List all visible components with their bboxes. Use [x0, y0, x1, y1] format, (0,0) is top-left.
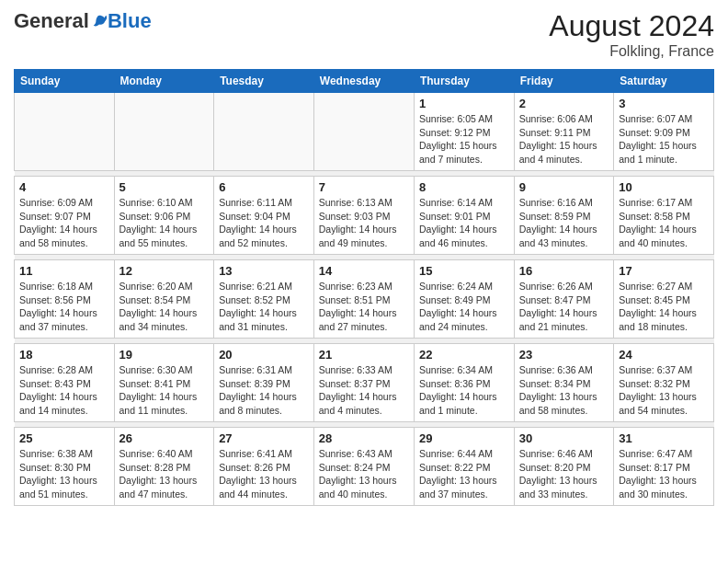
month-year-title: August 2024 [549, 9, 714, 43]
day-info: Sunrise: 6:07 AM Sunset: 9:09 PM Dayligh… [619, 112, 709, 167]
day-number: 6 [219, 180, 309, 194]
page-header: General Blue August 2024 Folkling, Franc… [14, 9, 714, 60]
day-info: Sunrise: 6:09 AM Sunset: 9:07 PM Dayligh… [19, 196, 109, 250]
calendar-cell-2-5: 16Sunrise: 6:26 AM Sunset: 8:47 PM Dayli… [514, 260, 613, 339]
day-number: 16 [519, 264, 609, 278]
day-info: Sunrise: 6:28 AM Sunset: 8:43 PM Dayligh… [19, 363, 109, 418]
day-number: 25 [19, 431, 109, 445]
header-monday: Monday [114, 70, 214, 93]
calendar-week-1: 1Sunrise: 6:05 AM Sunset: 9:12 PM Daylig… [15, 93, 714, 171]
day-number: 22 [419, 348, 509, 362]
header-wednesday: Wednesday [313, 70, 414, 93]
header-thursday: Thursday [414, 70, 514, 93]
calendar-cell-3-6: 24Sunrise: 6:37 AM Sunset: 8:32 PM Dayli… [614, 344, 714, 422]
day-info: Sunrise: 6:16 AM Sunset: 8:59 PM Dayligh… [519, 196, 609, 250]
day-info: Sunrise: 6:37 AM Sunset: 8:32 PM Dayligh… [619, 363, 709, 418]
day-number: 23 [519, 348, 609, 362]
calendar-cell-1-2: 6Sunrise: 6:11 AM Sunset: 9:04 PM Daylig… [214, 177, 314, 255]
calendar-cell-0-1 [114, 93, 214, 171]
day-number: 14 [319, 264, 409, 278]
calendar-cell-2-3: 14Sunrise: 6:23 AM Sunset: 8:51 PM Dayli… [313, 260, 414, 339]
day-number: 29 [419, 431, 509, 445]
calendar-cell-2-4: 15Sunrise: 6:24 AM Sunset: 8:49 PM Dayli… [414, 260, 514, 339]
day-number: 7 [319, 180, 409, 194]
day-number: 9 [519, 180, 609, 194]
calendar-cell-2-6: 17Sunrise: 6:27 AM Sunset: 8:45 PM Dayli… [614, 260, 714, 339]
calendar-cell-4-2: 27Sunrise: 6:41 AM Sunset: 8:26 PM Dayli… [214, 428, 314, 506]
day-number: 2 [519, 97, 609, 110]
calendar-cell-0-3 [313, 93, 414, 171]
calendar-cell-4-5: 30Sunrise: 6:46 AM Sunset: 8:20 PM Dayli… [514, 428, 613, 506]
calendar-cell-2-1: 12Sunrise: 6:20 AM Sunset: 8:54 PM Dayli… [114, 260, 214, 339]
header-sunday: Sunday [15, 70, 115, 93]
day-info: Sunrise: 6:26 AM Sunset: 8:47 PM Dayligh… [519, 280, 609, 334]
calendar-cell-0-2 [214, 93, 314, 171]
day-info: Sunrise: 6:23 AM Sunset: 8:51 PM Dayligh… [319, 280, 409, 334]
calendar-cell-1-3: 7Sunrise: 6:13 AM Sunset: 9:03 PM Daylig… [313, 177, 414, 255]
calendar-cell-1-6: 10Sunrise: 6:17 AM Sunset: 8:58 PM Dayli… [614, 177, 714, 255]
day-info: Sunrise: 6:10 AM Sunset: 9:06 PM Dayligh… [119, 196, 210, 250]
day-number: 24 [619, 348, 709, 362]
day-info: Sunrise: 6:36 AM Sunset: 8:34 PM Dayligh… [519, 363, 609, 418]
day-number: 31 [619, 431, 709, 445]
calendar-cell-0-0 [15, 93, 115, 171]
day-info: Sunrise: 6:18 AM Sunset: 8:56 PM Dayligh… [19, 280, 109, 334]
logo-general: General [14, 9, 89, 33]
calendar-week-3: 11Sunrise: 6:18 AM Sunset: 8:56 PM Dayli… [15, 260, 714, 339]
day-info: Sunrise: 6:30 AM Sunset: 8:41 PM Dayligh… [119, 363, 210, 418]
day-info: Sunrise: 6:27 AM Sunset: 8:45 PM Dayligh… [619, 280, 709, 334]
day-number: 17 [619, 264, 709, 278]
day-number: 26 [119, 431, 210, 445]
day-info: Sunrise: 6:34 AM Sunset: 8:36 PM Dayligh… [419, 363, 509, 418]
day-number: 30 [519, 431, 609, 445]
calendar-cell-4-6: 31Sunrise: 6:47 AM Sunset: 8:17 PM Dayli… [614, 428, 714, 506]
calendar-cell-1-0: 4Sunrise: 6:09 AM Sunset: 9:07 PM Daylig… [15, 177, 115, 255]
header-friday: Friday [514, 70, 613, 93]
day-number: 4 [19, 180, 109, 194]
calendar-header-row: Sunday Monday Tuesday Wednesday Thursday… [15, 70, 714, 93]
day-number: 18 [19, 348, 109, 362]
calendar-cell-0-6: 3Sunrise: 6:07 AM Sunset: 9:09 PM Daylig… [614, 93, 714, 171]
calendar-cell-4-0: 25Sunrise: 6:38 AM Sunset: 8:30 PM Dayli… [15, 428, 115, 506]
day-number: 3 [619, 97, 709, 110]
day-number: 13 [219, 264, 309, 278]
title-block: August 2024 Folkling, France [549, 9, 714, 60]
day-info: Sunrise: 6:17 AM Sunset: 8:58 PM Dayligh… [619, 196, 709, 250]
day-info: Sunrise: 6:44 AM Sunset: 8:22 PM Dayligh… [419, 447, 509, 501]
calendar-cell-1-4: 8Sunrise: 6:14 AM Sunset: 9:01 PM Daylig… [414, 177, 514, 255]
day-info: Sunrise: 6:47 AM Sunset: 8:17 PM Dayligh… [619, 447, 709, 501]
day-info: Sunrise: 6:13 AM Sunset: 9:03 PM Dayligh… [319, 196, 409, 250]
day-number: 12 [119, 264, 210, 278]
day-info: Sunrise: 6:40 AM Sunset: 8:28 PM Dayligh… [119, 447, 210, 501]
day-number: 5 [119, 180, 210, 194]
day-info: Sunrise: 6:11 AM Sunset: 9:04 PM Dayligh… [219, 196, 309, 250]
day-info: Sunrise: 6:24 AM Sunset: 8:49 PM Dayligh… [419, 280, 509, 334]
calendar-cell-4-1: 26Sunrise: 6:40 AM Sunset: 8:28 PM Dayli… [114, 428, 214, 506]
day-number: 1 [419, 97, 509, 110]
calendar-cell-2-2: 13Sunrise: 6:21 AM Sunset: 8:52 PM Dayli… [214, 260, 314, 339]
calendar-cell-4-3: 28Sunrise: 6:43 AM Sunset: 8:24 PM Dayli… [313, 428, 414, 506]
day-info: Sunrise: 6:33 AM Sunset: 8:37 PM Dayligh… [319, 363, 409, 418]
day-info: Sunrise: 6:46 AM Sunset: 8:20 PM Dayligh… [519, 447, 609, 501]
day-number: 8 [419, 180, 509, 194]
day-info: Sunrise: 6:21 AM Sunset: 8:52 PM Dayligh… [219, 280, 309, 334]
calendar-cell-2-0: 11Sunrise: 6:18 AM Sunset: 8:56 PM Dayli… [15, 260, 115, 339]
header-saturday: Saturday [614, 70, 714, 93]
header-tuesday: Tuesday [214, 70, 314, 93]
logo: General Blue [14, 9, 152, 33]
calendar-week-4: 18Sunrise: 6:28 AM Sunset: 8:43 PM Dayli… [15, 344, 714, 422]
day-info: Sunrise: 6:05 AM Sunset: 9:12 PM Dayligh… [419, 112, 509, 167]
day-number: 28 [319, 431, 409, 445]
day-number: 21 [319, 348, 409, 362]
calendar-cell-3-0: 18Sunrise: 6:28 AM Sunset: 8:43 PM Dayli… [15, 344, 115, 422]
calendar-table: Sunday Monday Tuesday Wednesday Thursday… [14, 69, 714, 506]
calendar-cell-3-5: 23Sunrise: 6:36 AM Sunset: 8:34 PM Dayli… [514, 344, 613, 422]
day-info: Sunrise: 6:06 AM Sunset: 9:11 PM Dayligh… [519, 112, 609, 167]
calendar-week-5: 25Sunrise: 6:38 AM Sunset: 8:30 PM Dayli… [15, 428, 714, 506]
day-number: 15 [419, 264, 509, 278]
logo-blue: Blue [108, 9, 152, 33]
calendar-cell-3-2: 20Sunrise: 6:31 AM Sunset: 8:39 PM Dayli… [214, 344, 314, 422]
day-info: Sunrise: 6:38 AM Sunset: 8:30 PM Dayligh… [19, 447, 109, 501]
day-info: Sunrise: 6:31 AM Sunset: 8:39 PM Dayligh… [219, 363, 309, 418]
day-info: Sunrise: 6:41 AM Sunset: 8:26 PM Dayligh… [219, 447, 309, 501]
